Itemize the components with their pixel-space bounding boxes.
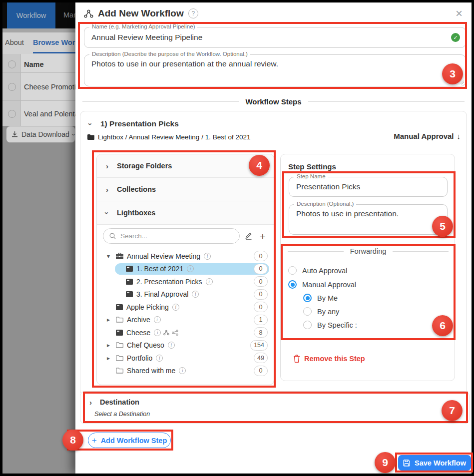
caret-right-icon[interactable]: ▸ [107, 342, 116, 349]
radio-by-specific[interactable]: By Specific : [303, 321, 357, 329]
info-icon[interactable]: i [156, 355, 163, 362]
radio-icon[interactable] [288, 266, 297, 275]
workflow-name-input[interactable] [84, 27, 466, 47]
radio-label: Auto Approval [302, 267, 347, 275]
chevron-right-icon: › [106, 186, 108, 193]
caret-right-icon[interactable]: ▸ [107, 355, 116, 362]
subtab-bar: About Browse Workf [2, 32, 75, 54]
save-workflow-button[interactable]: Save Workflow [398, 455, 471, 471]
row-checkbox[interactable] [8, 83, 16, 91]
step-breadcrumb-label: Lightbox / Annual Review Meeting / 1. Be… [98, 133, 250, 141]
tab-about[interactable]: About [5, 38, 24, 46]
info-icon[interactable]: i [172, 304, 179, 311]
chevron-right-icon: › [106, 162, 108, 170]
radio-auto-approval[interactable]: Auto Approval [288, 266, 347, 275]
tree-item-label: Apple Picking [126, 303, 169, 311]
step-name-input[interactable] [289, 177, 447, 196]
save-icon [403, 460, 410, 467]
tree-item-label: Cheese [126, 329, 150, 337]
nav-tab-workflow-label: Workflow [16, 11, 46, 19]
destination-collapse-header[interactable]: › Destination [89, 398, 139, 406]
lightbox-icon [126, 291, 133, 297]
radio-label: By Specific : [317, 321, 357, 329]
search-input-wrapper[interactable] [103, 228, 240, 244]
count-badge: 0 [254, 289, 268, 300]
tree-item-shared-with-me[interactable]: Shared with me i 0 [97, 365, 274, 378]
nav-tab-workflow[interactable]: Workflow [7, 2, 55, 28]
data-download-button[interactable]: Data Download › [6, 126, 75, 143]
step-description-field[interactable]: Description (Optional.) [289, 204, 448, 235]
workflow-step-card: › 1) Presentation Picks Lightbox / Annua… [80, 111, 467, 396]
radio-icon-selected[interactable] [303, 294, 312, 302]
radio-icon[interactable] [303, 321, 312, 329]
step-breadcrumb: Lightbox / Annual Review Meeting / 1. Be… [87, 133, 250, 141]
help-icon[interactable]: ? [188, 8, 198, 18]
table-row[interactable]: Veal and Polenta [24, 110, 75, 118]
info-icon[interactable]: i [154, 329, 161, 336]
info-icon[interactable]: i [206, 278, 213, 285]
search-input[interactable] [119, 232, 233, 240]
workflow-name-field[interactable]: Name (e.g. Marketing Approval Pipeline) … [84, 27, 466, 48]
accordion-collections[interactable]: › Collections [97, 178, 274, 201]
edit-icon[interactable] [245, 232, 253, 240]
row-checkbox[interactable] [8, 60, 16, 68]
tree-item-annual-review-meeting[interactable]: ▾ Annual Review Meeting i 0 [97, 250, 274, 263]
tree-item-portfolio[interactable]: ▸ Portfolio i 49 [97, 352, 274, 365]
radio-icon[interactable] [303, 307, 312, 316]
source-browser-panel: › Storage Folders › Collections › Lightb… [96, 154, 274, 385]
info-icon[interactable]: i [168, 342, 175, 349]
add-workflow-step-button[interactable]: + Add Workflow Step [88, 433, 171, 448]
accordion-storage-folders[interactable]: › Storage Folders [97, 154, 274, 178]
tree-item-label: 2. Presentation Picks [136, 278, 202, 286]
tree-item-apple-picking[interactable]: Apple Picking i 0 [97, 301, 274, 314]
caret-down-icon[interactable]: ▾ [107, 253, 116, 260]
workflow-description-label: Description (Describe the purpose of the… [89, 51, 250, 57]
share-icon [172, 330, 178, 336]
table-row[interactable]: Cheese Promoti [24, 83, 75, 91]
info-icon[interactable]: i [187, 265, 194, 272]
remove-step-button[interactable]: Remove this Step [293, 355, 365, 363]
accordion-lightboxes-label: Lightboxes [117, 209, 155, 217]
nav-tab-partial[interactable]: Man [63, 11, 75, 19]
radio-by-me[interactable]: By Me [303, 294, 338, 302]
tree-item-archive[interactable]: ▸ Archive i 1 [97, 314, 274, 327]
background-app: Workflow Man About Browse Workf Name Che… [2, 2, 75, 474]
screenshot-frame: Workflow Man About Browse Workf Name Che… [0, 0, 474, 476]
step-collapse-header[interactable]: › 1) Presentation Picks [89, 119, 179, 128]
step-name-field[interactable]: Step Name [289, 177, 448, 197]
info-icon[interactable]: i [204, 253, 211, 260]
accordion-lightboxes[interactable]: › Lightboxes [97, 201, 274, 225]
workflow-description-input[interactable] [84, 55, 466, 86]
accordion-collections-label: Collections [117, 185, 156, 193]
tree-item-chef-queso[interactable]: ▸ Chef Queso i 154 [97, 339, 274, 352]
destination-hint: Select a Destination [94, 411, 150, 418]
step-description-input[interactable] [289, 205, 447, 234]
tree-item-final-approval[interactable]: 3. Final Approval i 0 [97, 288, 274, 301]
info-icon[interactable]: i [192, 291, 199, 298]
workflow-description-field[interactable]: Description (Describe the purpose of the… [84, 54, 466, 86]
lightbox-icon [126, 266, 133, 272]
tab-browse-workflows[interactable]: Browse Workf [33, 38, 75, 46]
radio-manual-approval[interactable]: Manual Approval [288, 280, 356, 289]
add-icon[interactable]: + [260, 231, 266, 241]
radio-by-any[interactable]: By any [303, 307, 339, 316]
row-checkbox[interactable] [8, 110, 16, 118]
tree-item-presentation-picks[interactable]: 2. Presentation Picks i 0 [97, 275, 274, 288]
info-icon[interactable]: i [154, 316, 161, 323]
radio-label: By any [317, 308, 339, 316]
lightbox-tree: ▾ Annual Review Meeting i 0 1. Best of 2… [97, 247, 274, 377]
radio-icon-selected[interactable] [288, 280, 297, 289]
caret-right-icon[interactable]: ▸ [107, 316, 116, 323]
step-title-label: 1) Presentation Picks [100, 119, 179, 128]
top-navigation: Workflow Man [2, 2, 75, 28]
tree-item-cheese[interactable]: Cheese i 8 [97, 326, 274, 339]
add-workflow-step-label: Add Workflow Step [101, 437, 167, 445]
close-icon[interactable]: × [456, 7, 463, 19]
accordion-storage-folders-label: Storage Folders [117, 162, 172, 170]
tree-item-best-of-2021[interactable]: 1. Best of 2021 i 0 [97, 263, 274, 276]
info-icon[interactable]: i [179, 367, 186, 374]
count-badge: 0 [254, 366, 268, 376]
chevron-down-icon: › [103, 212, 111, 214]
step-settings-panel: Step Settings Step Name Description (Opt… [280, 154, 455, 381]
approval-mode-dropdown[interactable]: Manual Approval ↓ [394, 132, 461, 140]
